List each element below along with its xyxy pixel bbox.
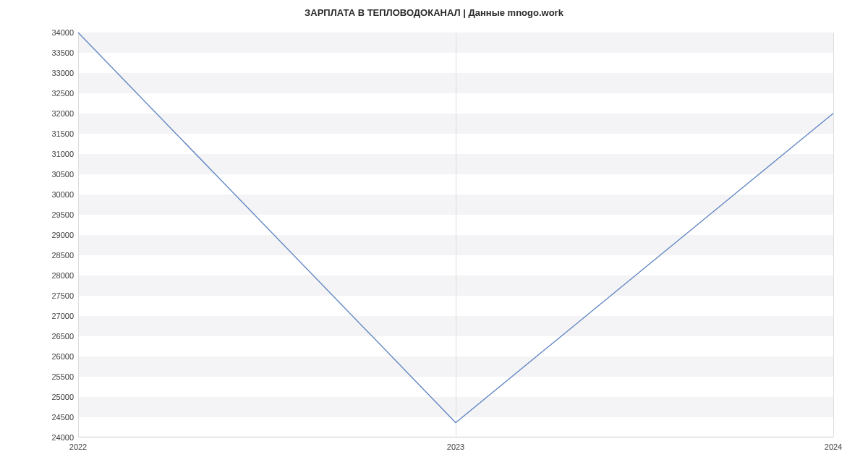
y-tick-label: 32500 (30, 89, 74, 98)
plot-area (78, 33, 833, 437)
y-tick-label: 29000 (30, 231, 74, 239)
y-tick-label: 25000 (30, 393, 74, 401)
y-tick-label: 34000 (30, 28, 74, 37)
y-tick-label: 31500 (30, 129, 74, 138)
y-tick-label: 29500 (30, 210, 74, 219)
y-tick-label: 24000 (30, 433, 74, 442)
y-tick-label: 26000 (30, 352, 74, 361)
y-tick-label: 32000 (30, 109, 74, 118)
y-tick-label: 33500 (30, 48, 74, 57)
x-tick-label: 2022 (69, 443, 87, 451)
x-tick-label: 2023 (447, 443, 464, 451)
line-series (78, 33, 833, 437)
chart-title: ЗАРПЛАТА В ТЕПЛОВОДОКАНАЛ | Данные mnogo… (0, 7, 868, 18)
y-tick-label: 27500 (30, 291, 74, 300)
y-tick-label: 28000 (30, 271, 74, 280)
x-tick-label: 2024 (825, 443, 842, 451)
y-tick-label: 27000 (30, 312, 74, 320)
y-tick-label: 28500 (30, 251, 74, 260)
y-tick-label: 25500 (30, 372, 74, 381)
y-tick-label: 30000 (30, 190, 74, 199)
x-gridline (833, 33, 834, 437)
y-tick-label: 24500 (30, 413, 74, 422)
y-tick-label: 26500 (30, 332, 74, 341)
y-tick-label: 33000 (30, 69, 74, 77)
y-tick-label: 30500 (30, 170, 74, 179)
y-tick-label: 31000 (30, 150, 74, 158)
